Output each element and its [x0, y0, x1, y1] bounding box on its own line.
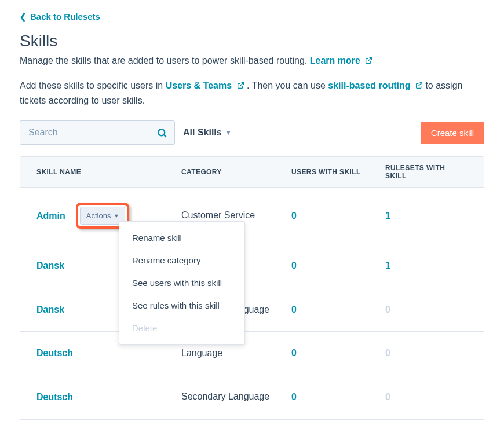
- caret-down-icon: ▼: [114, 213, 119, 219]
- skill-based-routing-link[interactable]: skill-based routing: [328, 80, 425, 90]
- category-filter-dropdown[interactable]: All Skills ▼: [183, 127, 232, 138]
- menu-rename-skill[interactable]: Rename skill: [119, 226, 244, 249]
- skills-table: SKILL NAME CATEGORY USERS WITH SKILL RUL…: [20, 156, 484, 420]
- cell-category: Secondary Language: [181, 390, 291, 403]
- rules-count: 0: [385, 348, 390, 358]
- search-box[interactable]: [20, 120, 175, 145]
- chevron-left-icon: ❮: [20, 12, 27, 21]
- table-row: Deutsch Language 0 0: [20, 332, 484, 375]
- external-link-icon: [365, 57, 372, 64]
- svg-point-0: [158, 129, 165, 135]
- rules-count: 0: [385, 305, 390, 314]
- external-link-icon: [415, 82, 423, 89]
- menu-see-users[interactable]: See users with this skill: [119, 272, 244, 294]
- page-title: Skills: [20, 32, 484, 50]
- col-header-users: USERS WITH SKILL: [291, 168, 385, 176]
- page-description: Manage the skills that are added to user…: [20, 54, 484, 68]
- table-row: Admin Actions ▼ Customer Service 0 1 Ren…: [20, 188, 484, 244]
- filter-label: All Skills: [183, 127, 222, 138]
- skill-name-link[interactable]: Admin: [36, 211, 65, 221]
- table-row: Dansk Language 0 1: [20, 244, 484, 288]
- table-row: Deutsch Secondary Language 0 0: [20, 375, 484, 419]
- search-input[interactable]: [27, 127, 156, 138]
- back-to-rulesets-link[interactable]: ❮ Back to Rulesets: [20, 12, 484, 21]
- actions-dropdown-menu: Rename skill Rename category See users w…: [119, 221, 245, 345]
- menu-rename-category[interactable]: Rename category: [119, 249, 244, 272]
- rules-count-link[interactable]: 1: [385, 211, 390, 221]
- search-icon: [156, 127, 167, 138]
- skill-name-link[interactable]: Dansk: [36, 261, 64, 271]
- table-row: Dansk Secondary Language 0 0: [20, 288, 484, 332]
- caret-down-icon: ▼: [225, 129, 232, 136]
- page-subdescription: Add these skills to specific users in Us…: [20, 78, 484, 108]
- external-link-icon: [237, 82, 244, 89]
- learn-more-link[interactable]: Learn more: [310, 56, 373, 65]
- col-header-category: CATEGORY: [181, 167, 291, 177]
- rules-count: 0: [385, 392, 390, 402]
- rules-count-link[interactable]: 1: [385, 261, 390, 270]
- cell-category: Language: [181, 347, 291, 360]
- back-link-label: Back to Rulesets: [30, 12, 100, 21]
- menu-delete: Delete: [119, 317, 244, 339]
- col-header-name: SKILL NAME: [36, 168, 181, 176]
- users-teams-link[interactable]: Users & Teams: [166, 80, 247, 90]
- col-header-rules: RULESETS WITH SKILL: [385, 164, 468, 180]
- users-count-link[interactable]: 0: [291, 211, 297, 221]
- skill-name-link[interactable]: Deutsch: [36, 392, 73, 402]
- users-count-link[interactable]: 0: [291, 392, 297, 402]
- menu-see-rules[interactable]: See rules with this skill: [119, 294, 244, 317]
- create-skill-button[interactable]: Create skill: [421, 122, 484, 144]
- users-count-link[interactable]: 0: [291, 305, 297, 314]
- users-count-link[interactable]: 0: [291, 261, 297, 270]
- skill-name-link[interactable]: Dansk: [36, 305, 64, 315]
- table-header-row: SKILL NAME CATEGORY USERS WITH SKILL RUL…: [20, 157, 484, 188]
- cell-category: Customer Service: [181, 209, 291, 222]
- users-count-link[interactable]: 0: [291, 348, 297, 358]
- skill-name-link[interactable]: Deutsch: [36, 348, 73, 358]
